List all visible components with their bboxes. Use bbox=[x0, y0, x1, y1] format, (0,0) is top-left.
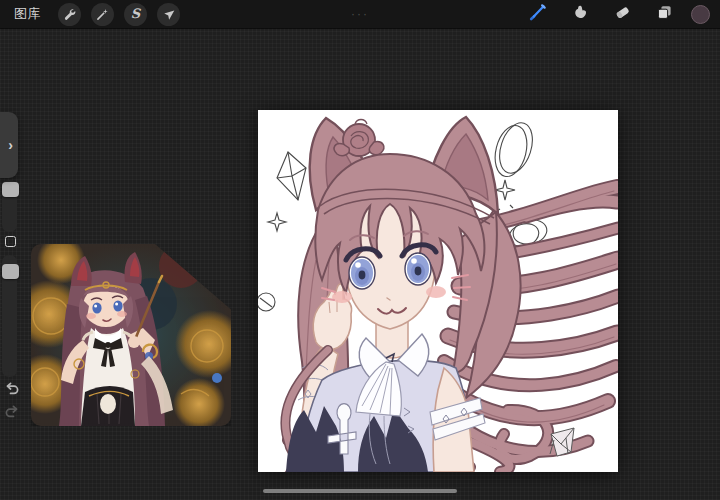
magic-wand-icon bbox=[95, 7, 110, 22]
brush-size-slider-handle[interactable] bbox=[2, 182, 19, 197]
layers-button[interactable] bbox=[649, 0, 679, 28]
reference-artwork bbox=[31, 244, 231, 426]
actions-button[interactable] bbox=[58, 3, 81, 26]
undo-button[interactable] bbox=[3, 380, 21, 398]
cursor-arrow-icon bbox=[161, 7, 176, 22]
chevron-right-icon: › bbox=[8, 137, 13, 153]
color-swatch[interactable] bbox=[691, 5, 710, 24]
redo-button[interactable] bbox=[3, 403, 21, 421]
selection-s-icon: S bbox=[131, 7, 140, 20]
catgirl-sketch-artwork bbox=[258, 110, 618, 472]
drawing-canvas[interactable] bbox=[258, 110, 618, 472]
eraser-icon bbox=[613, 3, 632, 26]
gallery-button[interactable]: 图库 bbox=[0, 5, 53, 23]
finger-icon bbox=[571, 3, 590, 26]
modify-button[interactable] bbox=[5, 236, 16, 247]
redo-arrow-icon bbox=[3, 407, 21, 424]
top-toolbar: ··· 图库 S bbox=[0, 0, 720, 28]
wrench-icon bbox=[62, 7, 77, 22]
smudge-tool-button[interactable] bbox=[565, 0, 595, 28]
erase-tool-button[interactable] bbox=[607, 0, 637, 28]
paint-tool-button[interactable] bbox=[523, 0, 553, 28]
brush-icon bbox=[528, 2, 548, 26]
undo-arrow-icon bbox=[3, 384, 21, 401]
adjustments-button[interactable] bbox=[91, 3, 114, 26]
opacity-slider-handle[interactable] bbox=[2, 264, 19, 279]
layers-icon bbox=[655, 3, 674, 26]
home-indicator[interactable] bbox=[263, 489, 457, 493]
reference-image[interactable] bbox=[31, 244, 231, 426]
transform-button[interactable] bbox=[157, 3, 180, 26]
sidebar-expand-button[interactable]: › bbox=[0, 112, 18, 178]
selection-button[interactable]: S bbox=[124, 3, 147, 26]
